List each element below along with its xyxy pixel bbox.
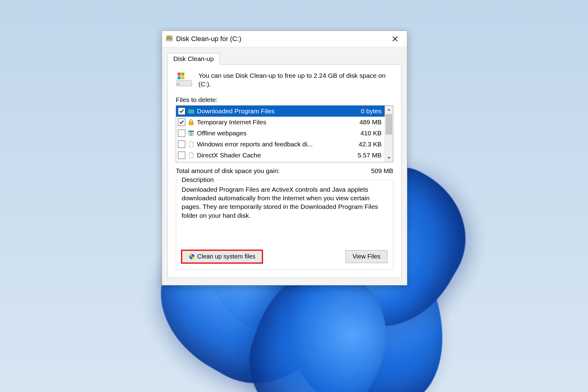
file-checkbox[interactable] bbox=[178, 130, 185, 137]
file-checkbox[interactable] bbox=[178, 107, 185, 115]
file-size: 42.3 KB bbox=[348, 141, 382, 148]
svg-rect-13 bbox=[188, 131, 194, 132]
webpage-icon bbox=[188, 130, 194, 137]
file-list-row[interactable]: Windows error reports and feedback di...… bbox=[176, 139, 385, 150]
file-list-row[interactable]: Temporary Internet Files489 MB bbox=[176, 117, 385, 128]
svg-rect-5 bbox=[178, 73, 181, 76]
description-groupbox: Description Downloaded Program Files are… bbox=[176, 180, 393, 270]
scroll-thumb[interactable] bbox=[386, 114, 392, 134]
uac-shield-icon bbox=[189, 254, 195, 260]
file-checkbox[interactable] bbox=[178, 119, 185, 126]
intro-text: You can use Disk Clean-up to free up to … bbox=[198, 71, 393, 89]
svg-rect-7 bbox=[178, 76, 181, 79]
disk-cleanup-window: Disk Clean-up for (C:) Disk Clean-up bbox=[162, 31, 407, 285]
clean-up-system-files-button[interactable]: Clean up system files bbox=[182, 250, 262, 263]
lock-icon bbox=[188, 119, 194, 126]
file-name: Windows error reports and feedback di... bbox=[197, 141, 345, 148]
drive-icon bbox=[176, 71, 192, 88]
folder-teal-icon bbox=[188, 108, 194, 115]
description-legend: Description bbox=[180, 176, 216, 183]
window-client-area: Disk Clean-up bbox=[162, 47, 407, 285]
file-name: DirectX Shader Cache bbox=[197, 152, 345, 159]
file-size: 410 KB bbox=[348, 130, 382, 137]
files-listbox[interactable]: Downloaded Program Files0 bytesTemporary… bbox=[176, 105, 393, 162]
file-size: 0 bytes bbox=[348, 107, 382, 115]
disk-cleanup-title-icon bbox=[166, 35, 173, 43]
view-files-label: View Files bbox=[352, 253, 380, 260]
tab-disk-cleanup[interactable]: Disk Clean-up bbox=[168, 53, 220, 65]
scrollbar-vertical[interactable] bbox=[385, 106, 393, 162]
view-files-button[interactable]: View Files bbox=[345, 250, 387, 263]
blank-file-icon bbox=[188, 152, 194, 159]
scroll-up-arrow[interactable] bbox=[385, 106, 393, 114]
window-title: Disk Clean-up for (C:) bbox=[176, 35, 386, 43]
tab-label: Disk Clean-up bbox=[173, 55, 214, 62]
clean-up-system-files-label: Clean up system files bbox=[197, 253, 255, 260]
total-label: Total amount of disk space you gain: bbox=[176, 167, 280, 175]
blank-file-icon bbox=[188, 141, 194, 148]
file-checkbox[interactable] bbox=[178, 152, 185, 159]
svg-rect-6 bbox=[181, 73, 184, 76]
svg-rect-10 bbox=[188, 109, 191, 110]
file-list-row[interactable]: DirectX Shader Cache5.57 MB bbox=[176, 150, 385, 161]
file-size: 5.57 MB bbox=[348, 152, 382, 159]
titlebar[interactable]: Disk Clean-up for (C:) bbox=[162, 31, 407, 47]
file-name: Offline webpages bbox=[197, 130, 345, 137]
svg-rect-11 bbox=[189, 122, 193, 125]
file-list-row[interactable]: Downloaded Program Files0 bytes bbox=[176, 106, 385, 117]
close-button[interactable] bbox=[386, 32, 404, 46]
file-size: 489 MB bbox=[348, 119, 382, 126]
file-checkbox[interactable] bbox=[178, 141, 185, 148]
description-text: Downloaded Program Files are ActiveX con… bbox=[182, 185, 387, 220]
tab-panel: You can use Disk Clean-up to free up to … bbox=[168, 64, 401, 278]
svg-rect-9 bbox=[188, 109, 194, 114]
file-name: Downloaded Program Files bbox=[197, 107, 345, 115]
svg-rect-4 bbox=[178, 84, 179, 85]
scroll-down-arrow[interactable] bbox=[385, 154, 393, 162]
file-list-row[interactable]: Offline webpages410 KB bbox=[176, 128, 385, 139]
files-to-delete-label: Files to delete: bbox=[176, 96, 393, 104]
file-name: Temporary Internet Files bbox=[197, 119, 345, 126]
svg-rect-8 bbox=[181, 76, 184, 79]
total-value: 509 MB bbox=[371, 167, 393, 175]
svg-rect-1 bbox=[166, 39, 172, 40]
svg-rect-3 bbox=[176, 81, 192, 86]
